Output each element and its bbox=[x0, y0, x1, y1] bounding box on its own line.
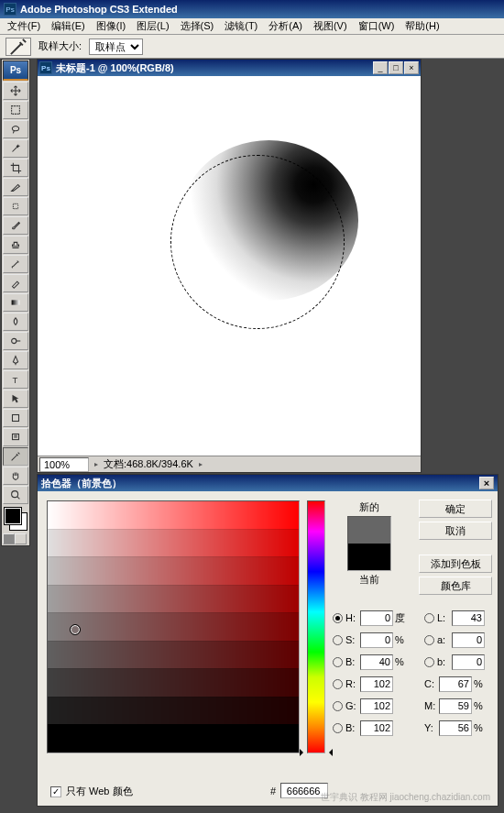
document-titlebar[interactable]: Ps 未标题-1 @ 100%(RGB/8) _ □ × bbox=[38, 60, 421, 76]
radio-a[interactable] bbox=[424, 635, 434, 645]
input-y[interactable] bbox=[439, 720, 472, 736]
menubar: 文件(F) 编辑(E) 图像(I) 图层(L) 选择(S) 滤镜(T) 分析(A… bbox=[0, 18, 504, 35]
unit-b: % bbox=[395, 656, 408, 667]
radio-l[interactable] bbox=[424, 613, 434, 623]
svg-rect-0 bbox=[12, 106, 20, 115]
options-bar: 取样大小: 取样点 bbox=[0, 35, 504, 59]
status-menu-icon[interactable]: ▸ bbox=[199, 460, 203, 468]
radio-h[interactable] bbox=[333, 613, 343, 623]
input-rb[interactable] bbox=[360, 720, 393, 736]
gradient-tool[interactable] bbox=[3, 293, 28, 312]
zoom-input[interactable]: 100% bbox=[39, 457, 89, 472]
label-c: C: bbox=[424, 678, 439, 689]
dodge-tool[interactable] bbox=[3, 332, 28, 350]
zoom-tool[interactable] bbox=[3, 486, 28, 504]
input-m[interactable] bbox=[439, 698, 472, 714]
screenmode-toggle[interactable] bbox=[15, 533, 27, 544]
color-libraries-button[interactable]: 颜色库 bbox=[419, 577, 492, 595]
stamp-tool[interactable] bbox=[3, 236, 28, 254]
radio-b[interactable] bbox=[333, 657, 343, 667]
current-tool-icon[interactable] bbox=[5, 38, 31, 56]
hue-strip[interactable] bbox=[307, 500, 325, 753]
label-h: H: bbox=[345, 612, 360, 623]
current-color-swatch bbox=[348, 544, 390, 570]
add-swatch-button[interactable]: 添加到色板 bbox=[419, 555, 492, 573]
move-tool[interactable] bbox=[3, 82, 28, 100]
menu-filter[interactable]: 滤镜(T) bbox=[219, 17, 263, 35]
color-field[interactable] bbox=[47, 500, 300, 753]
menu-analysis[interactable]: 分析(A) bbox=[263, 17, 308, 35]
selection-marquee bbox=[170, 155, 345, 329]
sample-size-select[interactable]: 取样点 bbox=[89, 38, 143, 55]
radio-r[interactable] bbox=[333, 679, 343, 689]
path-select-tool[interactable] bbox=[3, 390, 28, 408]
pen-tool[interactable] bbox=[3, 351, 28, 369]
brush-tool[interactable] bbox=[3, 216, 28, 235]
menu-window[interactable]: 窗口(W) bbox=[353, 17, 400, 35]
input-hex[interactable] bbox=[280, 783, 328, 798]
hand-tool[interactable] bbox=[3, 467, 28, 485]
label-y: Y: bbox=[424, 722, 439, 733]
radio-g[interactable] bbox=[333, 701, 343, 711]
quickmask-toggle[interactable] bbox=[3, 533, 15, 544]
maximize-button[interactable]: □ bbox=[389, 61, 403, 74]
label-l: L: bbox=[437, 612, 452, 623]
new-color-label: 新的 bbox=[359, 500, 379, 514]
foreground-color-swatch[interactable] bbox=[5, 508, 21, 524]
color-swatches[interactable] bbox=[3, 506, 28, 532]
input-a[interactable] bbox=[452, 632, 485, 648]
notes-tool[interactable] bbox=[3, 428, 28, 446]
minimize-button[interactable]: _ bbox=[373, 61, 388, 74]
eyedropper-tool[interactable] bbox=[3, 447, 28, 466]
menu-layer[interactable]: 图层(L) bbox=[131, 17, 174, 35]
input-g[interactable] bbox=[360, 698, 393, 714]
label-s: S: bbox=[345, 634, 360, 645]
cancel-button[interactable]: 取消 bbox=[419, 522, 492, 540]
input-h[interactable] bbox=[360, 610, 393, 626]
sample-size-label: 取样大小: bbox=[38, 39, 82, 53]
input-bb[interactable] bbox=[452, 654, 485, 670]
input-l[interactable] bbox=[452, 610, 485, 626]
menu-help[interactable]: 帮助(H) bbox=[400, 17, 444, 35]
type-tool[interactable]: T bbox=[3, 370, 28, 389]
unit-y: % bbox=[474, 722, 487, 733]
radio-s[interactable] bbox=[333, 635, 343, 645]
label-r: R: bbox=[345, 678, 360, 689]
color-picker-titlebar[interactable]: 拾色器（前景色） × bbox=[38, 475, 498, 491]
blur-tool[interactable] bbox=[3, 313, 28, 331]
lasso-tool[interactable] bbox=[3, 120, 28, 138]
crop-tool[interactable] bbox=[3, 159, 28, 177]
app-icon: Ps bbox=[4, 3, 16, 16]
eraser-tool[interactable] bbox=[3, 274, 28, 292]
toolbox-badge[interactable]: Ps bbox=[3, 60, 28, 81]
color-picker-close-button[interactable]: × bbox=[479, 477, 494, 489]
canvas[interactable] bbox=[38, 76, 421, 456]
marquee-tool[interactable] bbox=[3, 101, 28, 119]
menu-image[interactable]: 图像(I) bbox=[91, 17, 131, 35]
radio-bb[interactable] bbox=[424, 657, 434, 667]
unit-c: % bbox=[474, 678, 487, 689]
heal-tool[interactable] bbox=[3, 197, 28, 215]
workspace: Ps T Ps bbox=[0, 59, 504, 813]
input-b[interactable] bbox=[360, 654, 393, 670]
input-s[interactable] bbox=[360, 632, 393, 648]
menu-view[interactable]: 视图(V) bbox=[308, 17, 353, 35]
radio-rb[interactable] bbox=[333, 723, 343, 733]
menu-edit[interactable]: 编辑(E) bbox=[46, 17, 91, 35]
zoom-menu-icon[interactable]: ▸ bbox=[94, 460, 98, 468]
svg-rect-2 bbox=[12, 300, 20, 304]
history-brush-tool[interactable] bbox=[3, 255, 28, 273]
color-compare-swatch[interactable] bbox=[347, 516, 391, 571]
input-r[interactable] bbox=[360, 676, 393, 692]
slice-tool[interactable] bbox=[3, 178, 28, 196]
menu-select[interactable]: 选择(S) bbox=[175, 17, 220, 35]
input-c[interactable] bbox=[439, 676, 472, 692]
wand-tool[interactable] bbox=[3, 139, 28, 158]
menu-file[interactable]: 文件(F) bbox=[2, 17, 46, 35]
svg-rect-1 bbox=[13, 203, 17, 208]
close-button[interactable]: × bbox=[404, 61, 419, 74]
web-colors-only-checkbox[interactable]: ✓ 只有 Web 颜色 bbox=[50, 785, 133, 798]
new-color-swatch bbox=[348, 517, 390, 544]
shape-tool[interactable] bbox=[3, 409, 28, 427]
ok-button[interactable]: 确定 bbox=[419, 500, 492, 518]
